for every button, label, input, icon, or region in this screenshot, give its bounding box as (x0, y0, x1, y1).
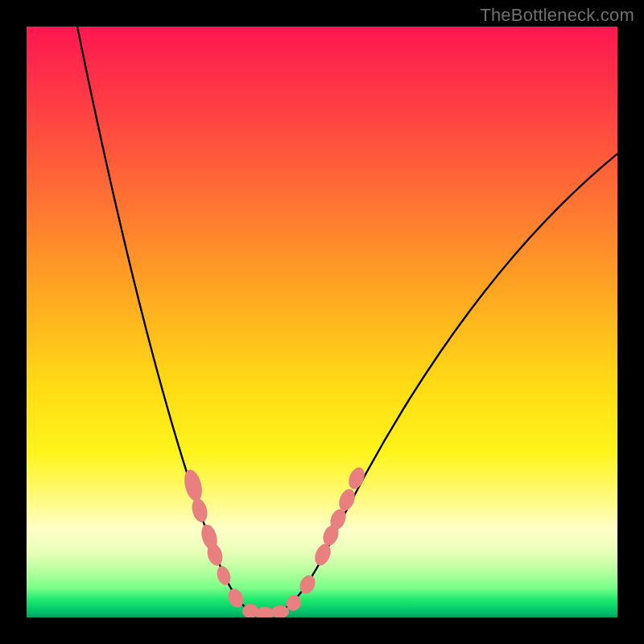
bottleneck-curve (27, 27, 617, 617)
plot-area (27, 27, 617, 617)
data-bead (312, 542, 333, 568)
data-bead (190, 497, 210, 523)
watermark-text: TheBottleneck.com (480, 5, 634, 26)
data-bead (336, 487, 357, 514)
data-beads-group (181, 465, 367, 617)
data-bead (181, 468, 204, 503)
curve-left-branch (77, 27, 265, 616)
data-bead (215, 564, 233, 587)
chart-outer-frame: TheBottleneck.com (0, 0, 644, 644)
curve-right-branch (265, 154, 617, 616)
